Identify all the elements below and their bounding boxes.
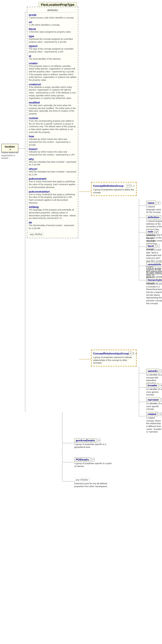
attr-qcode: qcode A quick-access code which identifi… — [29, 14, 76, 20]
prop-name-box: name — [146, 201, 156, 205]
concept-rel-group-expand[interactable]: + — [129, 352, 132, 355]
attr-pubconstrainturi: pubconstrainturi One or many constraints… — [29, 190, 76, 204]
prop-hierarchyinfo-box: hierarchyInfo — [146, 278, 162, 282]
prop-name-desc: A natural language name for the concept. — [146, 206, 162, 214]
prop-facet-expand[interactable]: + — [156, 244, 160, 248]
location-expand-icon[interactable]: + — [10, 148, 11, 151]
any-other2-label: any ##other — [74, 478, 90, 482]
attr-howuri: howuri Indicates by which means the valu… — [29, 148, 76, 156]
attr-pubconstraint: pubconstraint One or many constraints th… — [29, 177, 76, 189]
concept-definition-group: ConceptDefinitionGroup + 0..∞ A group of… — [91, 182, 136, 196]
prop-poi-box: POIDetails — [74, 458, 90, 462]
prop-sameas-expand[interactable]: + — [160, 369, 162, 373]
prop-related-desc: A related concept, where the relationshi… — [146, 417, 162, 434]
concept-def-group-desc: A group of properties required to define… — [93, 188, 135, 194]
attr-uri: uri A URI which identifies a concept. — [29, 20, 76, 26]
any-other2-container: any ##other Extension point for any de-d… — [74, 478, 113, 488]
prop-narrower-desc: An identifier of a more specific concept… — [146, 402, 162, 411]
concept-rel-group-title: ConceptRelationshipsGroup — [93, 352, 129, 355]
prop-name-expand[interactable]: + — [157, 201, 160, 205]
concept-def-multiplicity: 0..∞ — [130, 184, 135, 187]
attr-creator: creator If the property value is not def… — [29, 62, 76, 82]
concept-def-group-title: ConceptDefinitionGroup — [93, 184, 124, 187]
attr-literal: literal A free-text value assigned as pr… — [29, 28, 76, 34]
prop-name-container: name + A natural language name for the c… — [146, 201, 162, 214]
prop-related-container: related + A related concept, where the r… — [146, 412, 162, 434]
attr-typeuri: typeuri The type of the concept assigned… — [29, 44, 76, 53]
connectors-svg — [0, 0, 162, 644]
attr-whyuri: whyuri Why the metadata has been include… — [29, 168, 76, 176]
attr-dir: dir The directionality of textual conten… — [29, 221, 76, 230]
concept-relationships-group: ConceptRelationshipsGroup + 0..∞ A group… — [91, 350, 136, 366]
attributes-header: attributes — [29, 8, 76, 12]
prop-narrower-container: narrower + An identifier of a more speci… — [146, 398, 162, 411]
prop-sameas-box: sameAs — [146, 369, 159, 373]
concept-rel-group-desc: A group of properties required to indica… — [93, 356, 135, 364]
concept-def-group-expand[interactable]: + — [126, 184, 130, 188]
prop-narrower-box: narrower — [146, 398, 160, 402]
prop-remoteinfo-desc: A link to an item or a web source which … — [146, 267, 162, 278]
location-box: location + — [1, 144, 18, 152]
prop-sameas-container: sameAs + An identifier of a concept with… — [146, 369, 162, 385]
prop-poi-expand[interactable]: + — [91, 458, 95, 462]
prop-note-box: note — [146, 230, 154, 234]
attr-xmllang: xmllang The language of this property an… — [29, 206, 76, 220]
concept-rel-multiplicity: 0..∞ — [133, 352, 137, 355]
page-wrapper: FlexLocationPropType — [0, 0, 162, 644]
attr-custom: custom If set, the corresponding propert… — [29, 117, 76, 134]
prop-hierarchyinfo-desc: Indicates the position of a concept in a… — [146, 282, 162, 305]
prop-remoteinfo-container: remoteInfo + A link to an item or a web … — [146, 262, 162, 278]
any-other2-desc: Extension point for any de-defined prope… — [74, 482, 113, 488]
prop-geoarea-desc: A group of properties specific to a geop… — [74, 443, 113, 448]
prop-poi-desc: A group of properties specific to a poin… — [74, 462, 113, 468]
any-other-label: any ##other — [29, 232, 44, 236]
prop-geoarea-container: geoAreaDetails + A group of properties s… — [74, 438, 113, 448]
prop-geoarea-box: geoAreaDetails — [74, 438, 96, 442]
prop-broader-expand[interactable]: + — [160, 384, 162, 387]
prop-note-expand[interactable]: + — [156, 230, 159, 234]
prop-related-box: related — [146, 412, 158, 416]
location-label: location — [5, 145, 15, 148]
prop-broader-container: broader + An identifier of a more generi… — [146, 383, 162, 396]
attr-why: why Why the metadata has been included -… — [29, 158, 76, 166]
attr-id: id The local identifier of the element. — [29, 54, 76, 60]
prop-definition-box: definition — [146, 215, 161, 220]
attr-creatoruri: creatoruri If the attribute is empty, sp… — [29, 83, 76, 100]
prop-hierarchyinfo-container: hierarchyInfo + Indicates the position o… — [146, 278, 162, 305]
attr-type: type Expressed the concept assigned as c… — [29, 35, 76, 43]
attr-modified: modified The date (and, optionally, the … — [29, 101, 76, 116]
prop-remoteinfo-box: remoteInfo — [146, 262, 162, 266]
attr-how: how Indicates by which means the value w… — [29, 135, 76, 146]
prop-related-expand[interactable]: + — [159, 412, 162, 416]
prop-broader-desc: An identifier of a more generic concept. — [146, 388, 162, 396]
attributes-container: attributes qcode A quick-access code whi… — [27, 7, 78, 238]
prop-broader-box: broader — [146, 383, 159, 388]
prop-geoarea-expand[interactable]: + — [97, 439, 101, 442]
location-description: A place where the organisation is locate… — [1, 151, 18, 160]
prop-poi-container: POIDetails + A group of properties speci… — [74, 458, 113, 468]
prop-facet-box: facet — [146, 244, 155, 248]
